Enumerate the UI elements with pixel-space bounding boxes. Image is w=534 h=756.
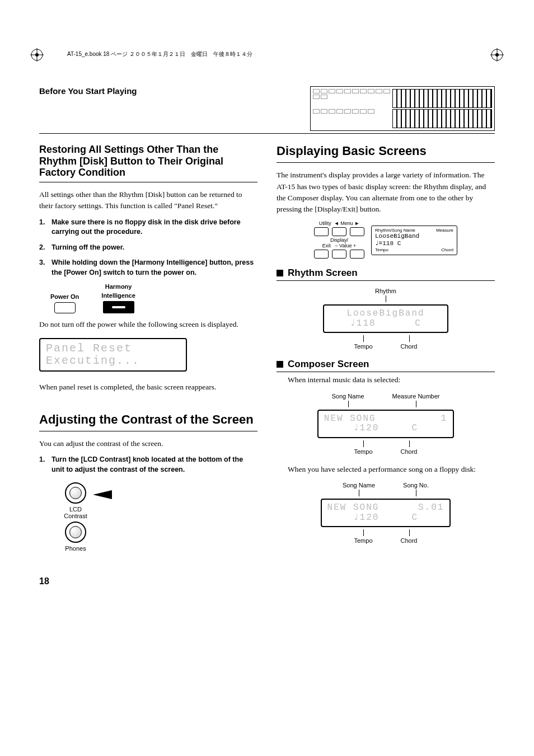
chord-label: Chord — [401, 537, 418, 544]
harmony-label-1: Harmony — [105, 283, 132, 290]
page-number: 18 — [39, 576, 495, 586]
divider — [39, 133, 495, 134]
lcd-panel-reset: Panel Reset Executing... — [39, 338, 187, 372]
restore-steps: 1.Make sure there is no floppy disk in t… — [39, 218, 257, 278]
running-header: AT-15_e.book 18 ページ ２００５年１月２１日 金曜日 午後８時１… — [67, 50, 495, 58]
regmark-icon — [30, 48, 44, 62]
lcd-composer-floppy: NEW SONG S.01 ♩120 C — [321, 499, 451, 527]
menu-display-figure: Utility ◄ Menu ► Display/Exit − Value + … — [277, 220, 495, 260]
measure-number-label: Measure Number — [392, 393, 440, 400]
square-bullet-icon — [277, 270, 283, 276]
restore-done: When panel reset is completed, the basic… — [39, 382, 257, 393]
basic-intro: The instrument's display provides a larg… — [277, 170, 495, 215]
knob-icon — [65, 482, 86, 504]
restore-intro: All settings other than the Rhythm [Disk… — [39, 189, 257, 212]
tempo-label: Tempo — [354, 537, 373, 544]
value-minus-button-icon — [332, 250, 346, 259]
knob-icon — [65, 522, 86, 543]
song-name-label: Song Name — [331, 393, 364, 400]
page-content: AT-15_e.book 18 ページ ２００５年１月２１日 金曜日 午後８時１… — [0, 0, 534, 620]
value-plus-button-icon — [350, 250, 364, 259]
phones-label: Phones — [65, 545, 86, 552]
chord-label: Chord — [401, 343, 418, 350]
tempo-label: Tempo — [354, 343, 373, 350]
rhythm-top-label: Rhythm — [375, 288, 396, 294]
step-text: Turning off the power. — [51, 243, 124, 253]
square-bullet-icon — [277, 361, 283, 368]
utility-button-icon — [314, 227, 329, 236]
tempo-label: Tempo — [354, 448, 373, 455]
harmony-label-2: Intelligence — [101, 292, 135, 299]
song-no-label: Song No. — [403, 482, 429, 489]
menu-lcd-preview: Rhythm/Song NameMeasure LooseBigBand ♩=1… — [371, 226, 457, 256]
lcd-label-2: Contrast — [64, 513, 87, 519]
harmony-button-icon — [103, 301, 134, 313]
keyboard-diagram — [310, 86, 495, 131]
right-column: Displaying Basic Screens The instrument'… — [277, 144, 495, 560]
heading-restore: Restoring All Settings Other Than the Rh… — [39, 144, 257, 179]
heading-rhythm-screen: Rhythm Screen — [277, 267, 495, 281]
power-harmony-figure: Power On Harmony Intelligence — [50, 283, 257, 313]
power-on-label: Power On — [50, 293, 79, 300]
menu-right-button-icon — [350, 227, 364, 236]
step-text: Make sure there is no floppy disk in the… — [51, 218, 257, 237]
heading-composer-screen: Composer Screen — [277, 359, 495, 372]
step-text: While holding down the [Harmony Intellig… — [51, 258, 257, 278]
composer-floppy-intro: When you have selected a performance son… — [288, 464, 495, 475]
lcd-composer-internal: NEW SONG 1 ♩120 C — [317, 410, 454, 438]
contrast-intro: You can adjust the contrast of the scree… — [39, 438, 257, 449]
step-text: Turn the [LCD Contrast] knob located at … — [51, 455, 257, 475]
heading-basic-screens: Displaying Basic Screens — [277, 144, 495, 158]
lcd-label-1: LCD — [69, 506, 82, 513]
lcd-rhythm: LooseBigBand ♩118 C — [323, 304, 448, 333]
power-on-button-icon — [54, 302, 76, 313]
song-name-label: Song Name — [343, 482, 375, 489]
lcd-contrast-knob-figure: LCD Contrast Phones — [50, 480, 101, 552]
menu-left-button-icon — [332, 227, 346, 236]
regmark-icon — [490, 48, 504, 62]
breadcrumb-title: Before You Start Playing — [39, 86, 257, 96]
composer-intro: When internal music data is selected: — [288, 374, 495, 386]
contrast-steps: 1.Turn the [LCD Contrast] knob located a… — [39, 455, 257, 475]
display-exit-button-icon — [314, 250, 329, 259]
heading-contrast: Adjusting the Contrast of the Screen — [39, 412, 257, 426]
chord-label: Chord — [401, 448, 418, 455]
restore-warning: Do not turn off the power while the foll… — [39, 319, 257, 330]
left-column: Restoring All Settings Other Than the Rh… — [39, 144, 257, 560]
